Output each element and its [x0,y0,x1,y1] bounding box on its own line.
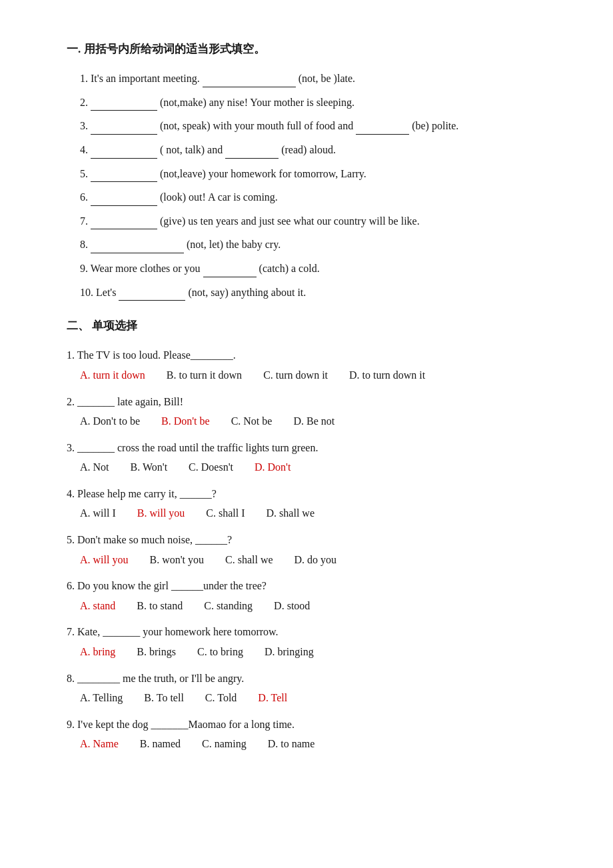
q3-text-after: (not, speak) with your mouth full of foo… [160,120,353,131]
section2: 二、 单项选择 1. The TV is too loud. Please___… [67,317,560,753]
option-C: C. shall I [206,505,245,522]
option-B: B. to stand [137,597,183,615]
q7-text-before: 7. [80,215,88,227]
option-D: D. bringing [265,643,314,661]
q4-text-after: ( not, talk) and [160,144,223,155]
option-A: A. bring [80,643,115,661]
option-B: B. to turn it down [167,367,242,384]
q3-text-after2: (be) polite. [412,120,458,131]
option-A: A. Name [80,735,119,753]
question-5: 5. (not,leave) your homework for tomorro… [67,165,560,183]
option-A: A. Not [80,459,109,476]
option-B: B. Won't [131,459,168,476]
option-D: D. to turn down it [349,367,425,384]
q1-blank [203,75,296,87]
option-B: B. To tell [144,689,183,707]
option-A: A. stand [80,597,115,615]
question-6: 6. (look) out! A car is coming. [67,189,560,206]
q8-text-after: (not, let) the baby cry. [187,239,281,250]
mc-question-text: 8. ________ me the truth, or I'll be ang… [67,670,560,687]
q5-text-before: 5. [80,168,88,179]
option-D: D. stood [274,597,310,615]
options-line: A. bringB. bringsC. to bringD. bringing [67,643,560,661]
option-D: D. Don't [255,459,291,476]
q9-text-after: (catch) a cold. [259,263,320,274]
option-D: D. Be not [293,413,334,430]
options-line: A. standB. to standC. standingD. stood [67,597,560,615]
question-9: 9. Wear more clothes or you (catch) a co… [67,260,560,277]
q4-blank2 [225,147,279,159]
q1-text-before: 1. It's an important meeting. [80,73,200,84]
mc-question-9: 9. I've kept the dog _______Maomao for a… [67,716,560,753]
mc-question-text: 5. Don't make so much noise, ______? [67,531,560,549]
options-line: A. Don't to beB. Don't beC. Not beD. Be … [67,413,560,430]
option-B: B. named [140,735,181,753]
option-A: A. will I [80,505,116,522]
q7-text-after: (give) us ten years and just see what ou… [160,215,420,227]
option-C: C. naming [202,735,247,753]
q6-text-after: (look) out! A car is coming. [160,191,278,203]
options-line: A. turn it downB. to turn it downC. turn… [67,367,560,384]
option-C: C. standing [204,597,253,615]
option-D: D. do you [295,551,337,569]
mc-question-2: 2. _______ late again, Bill!A. Don't to … [67,393,560,430]
option-C: C. Not be [231,413,273,430]
option-B: B. won't you [149,551,204,569]
option-B: B. brings [137,643,176,661]
q10-text-before: 10. Let's [80,287,116,298]
q6-text-before: 6. [80,191,88,203]
mc-questions-container: 1. The TV is too loud. Please________.A.… [67,347,560,753]
question-3: 3. (not, speak) with your mouth full of … [67,117,560,135]
q2-text-before: 2. [80,97,88,108]
mc-question-text: 7. Kate, _______ your homework here tomo… [67,623,560,641]
options-line: A. will youB. won't youC. shall weD. do … [67,551,560,569]
q1-text-after: (not, be )late. [299,73,355,84]
q5-blank [91,170,157,182]
section1: 一. 用括号内所给动词的适当形式填空。 1. It's an important… [67,40,560,301]
q4-text-before: 4. [80,144,88,155]
q5-text-after: (not,leave) your homework for tomorrow, … [160,168,366,179]
q9-text-before: 9. Wear more clothes or you [80,263,201,274]
section2-title: 二、 单项选择 [67,317,560,335]
q2-blank [91,99,157,111]
options-line: A. TellingB. To tellC. ToldD. Tell [67,689,560,707]
q6-blank [91,194,157,206]
mc-question-text: 9. I've kept the dog _______Maomao for a… [67,716,560,733]
question-2: 2. (not,make) any nise! Your mother is s… [67,94,560,111]
q4-blank1 [91,147,157,159]
mc-question-text: 3. _______ cross the road until the traf… [67,439,560,457]
mc-question-5: 5. Don't make so much noise, ______?A. w… [67,531,560,568]
mc-question-6: 6. Do you know the girl ______under the … [67,577,560,614]
option-D: D. to name [268,735,315,753]
mc-question-1: 1. The TV is too loud. Please________.A.… [67,347,560,383]
options-line: A. NotB. Won'tC. Doesn'tD. Don't [67,459,560,476]
options-line: A. NameB. namedC. namingD. to name [67,735,560,753]
option-C: C. to bring [197,643,243,661]
q8-text-before: 8. [80,239,88,250]
q10-text-after: (not, say) anything about it. [188,287,306,298]
option-B: B. Don't be [161,413,210,430]
option-A: A. Don't to be [80,413,140,430]
q3-text-before: 3. [80,120,88,131]
q2-text-after: (not,make) any nise! Your mother is slee… [160,97,354,108]
mc-question-3: 3. _______ cross the road until the traf… [67,439,560,476]
option-C: C. Doesn't [189,459,233,476]
question-7: 7. (give) us ten years and just see what… [67,213,560,230]
question-8: 8. (not, let) the baby cry. [67,236,560,253]
option-B: B. will you [137,505,185,522]
q7-blank [91,217,157,229]
mc-question-8: 8. ________ me the truth, or I'll be ang… [67,670,560,707]
mc-question-text: 4. Please help me carry it, ______? [67,485,560,503]
mc-question-4: 4. Please help me carry it, ______?A. wi… [67,485,560,522]
question-10: 10. Let's (not, say) anything about it. [67,284,560,301]
mc-question-text: 2. _______ late again, Bill! [67,393,560,411]
option-A: A. will you [80,551,128,569]
q8-blank [91,241,184,253]
q10-blank [119,289,185,301]
options-line: A. will IB. will youC. shall ID. shall w… [67,505,560,522]
q9-blank [203,265,257,277]
question-4: 4. ( not, talk) and (read) aloud. [67,141,560,159]
mc-question-text: 1. The TV is too loud. Please________. [67,347,560,364]
option-A: A. turn it down [80,367,145,384]
q3-blank2 [356,123,409,135]
